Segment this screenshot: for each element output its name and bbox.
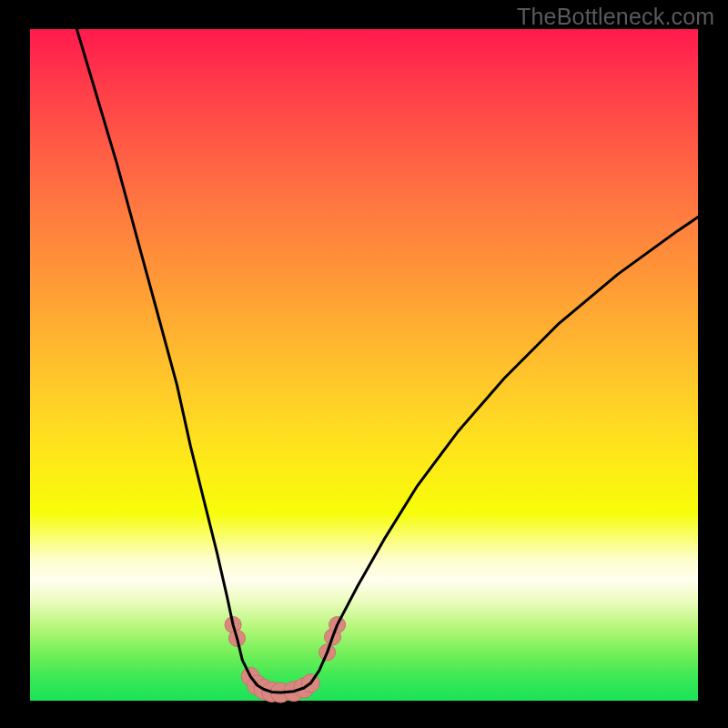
bottleneck-curve — [76, 29, 698, 693]
chart-root: { "watermark": { "text": "TheBottleneck.… — [0, 0, 728, 728]
curve-layer — [0, 0, 728, 728]
watermark-text: TheBottleneck.com — [517, 4, 714, 30]
